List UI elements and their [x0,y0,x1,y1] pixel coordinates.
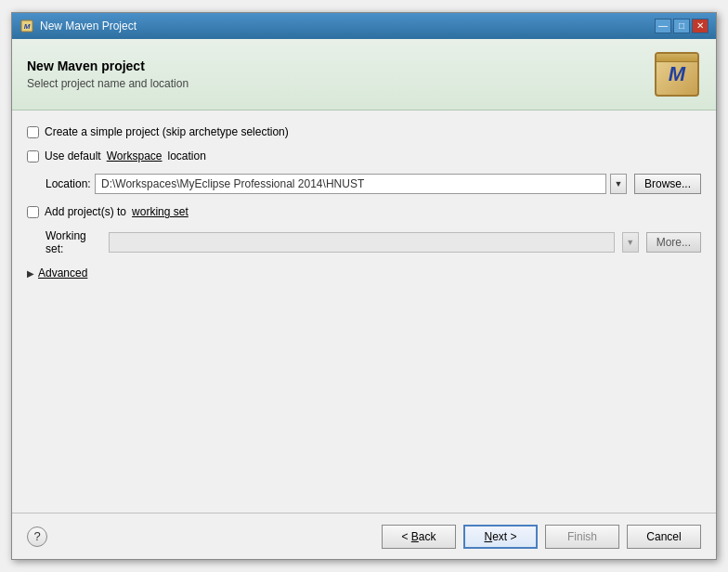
title-bar-left: M New Maven Project [20,19,136,33]
location-input-container: ▼ [95,174,627,194]
content-area: Create a simple project (skip archetype … [12,110,716,513]
simple-project-checkbox-label[interactable]: Create a simple project (skip archetype … [27,125,289,138]
default-workspace-prefix: Use default [45,150,101,162]
working-set-dropdown-arrow: ▼ [622,232,639,253]
working-set-checkbox-prefix: Add project(s) to [45,205,126,218]
maven-icon-container: M [653,50,701,98]
working-set-checkbox-row: Add project(s) to working set [27,205,701,218]
default-workspace-checkbox[interactable] [27,150,39,162]
finish-button: Finish [545,525,619,549]
footer: ? < Back Next > Finish Cancel [12,513,716,559]
maven-icon-letter: M [669,62,685,86]
location-label: Location: [27,177,87,190]
location-input[interactable] [95,174,606,194]
more-button[interactable]: More... [646,232,701,253]
default-workspace-link: Workspace [107,150,162,162]
next-button[interactable]: Next > [463,525,538,549]
close-button[interactable]: ✕ [692,19,708,33]
maximize-button[interactable]: □ [673,19,690,33]
working-set-checkbox-link: working set [132,205,188,218]
simple-project-checkbox[interactable] [27,126,39,138]
default-workspace-suffix: location [168,150,206,162]
working-set-row: Working set: ▼ More... [27,229,701,255]
window-title: New Maven Project [40,20,136,32]
title-controls: — □ ✕ [655,19,708,33]
window-icon: M [20,19,34,33]
browse-button[interactable]: Browse... [634,174,701,194]
maven-icon: M [655,52,699,97]
default-workspace-row: Use default Workspace location [27,150,701,162]
cancel-button[interactable]: Cancel [627,525,701,549]
location-row: Location: ▼ Browse... [27,174,701,194]
minimize-button[interactable]: — [655,19,671,33]
header-text: New Maven project Select project name an… [27,58,653,90]
main-window: M New Maven Project — □ ✕ New Maven proj… [11,12,717,560]
simple-project-label-text: Create a simple project (skip archetype … [45,125,289,138]
simple-project-row: Create a simple project (skip archetype … [27,125,701,138]
header-section: New Maven project Select project name an… [12,39,716,110]
header-title: New Maven project [27,58,653,73]
footer-buttons: < Back Next > Finish Cancel [382,525,701,549]
header-subtitle: Select project name and location [27,77,653,90]
working-set-checkbox[interactable] [27,206,39,218]
title-bar: M New Maven Project — □ ✕ [12,13,716,39]
advanced-triangle-icon: ▶ [27,268,34,279]
working-set-checkbox-label[interactable]: Add project(s) to working set [27,205,188,218]
back-button[interactable]: < Back [382,525,456,549]
help-button[interactable]: ? [27,526,47,547]
working-set-input [109,232,615,253]
default-workspace-checkbox-label[interactable]: Use default Workspace location [27,150,206,162]
advanced-row[interactable]: ▶ Advanced [27,266,701,280]
advanced-label[interactable]: Advanced [38,266,87,280]
svg-text:M: M [24,22,31,31]
footer-left: ? [27,526,47,547]
working-set-label: Working set: [27,229,101,255]
location-dropdown-arrow[interactable]: ▼ [610,174,627,194]
